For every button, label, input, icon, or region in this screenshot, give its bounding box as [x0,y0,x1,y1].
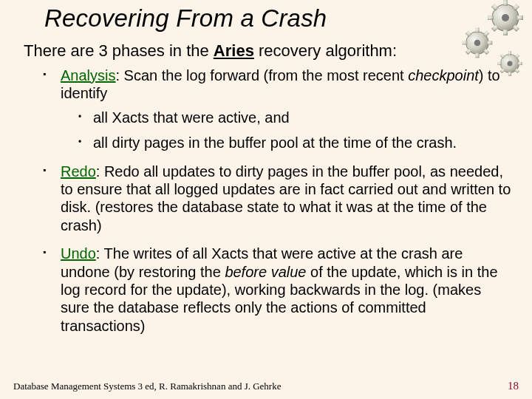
phase-undo-name: Undo [61,245,96,262]
analysis-sub-1: all Xacts that were active, and [78,109,511,126]
svg-rect-23 [497,62,502,65]
page-number: 18 [508,380,519,392]
footer: Database Management Systems 3 ed, R. Ram… [13,380,519,392]
phase-undo: Undo: The writes of all Xacts that were … [43,245,511,335]
phase-analysis-ital: checkpoint [408,67,479,83]
slide-title: Recovering From a Crash [44,4,519,33]
intro-pre: There are 3 phases in the [24,41,214,60]
analysis-sub-2: all dirty pages in the buffer pool at th… [78,134,511,151]
footer-citation: Database Management Systems 3 ed, R. Ram… [13,381,281,392]
phase-analysis-name: Analysis [61,67,115,83]
phase-analysis: Analysis: Scan the log forward (from the… [43,66,511,152]
intro-post: recovery algorithm: [254,41,397,60]
phase-undo-ital: before value [225,264,306,280]
phase-redo: Redo: Redo all updates to dirty pages in… [43,163,511,235]
intro-line: There are 3 phases in the Aries recovery… [24,41,519,61]
phase-redo-name: Redo [61,163,96,180]
svg-point-29 [508,61,513,66]
analysis-sublist: all Xacts that were active, and all dirt… [61,109,511,152]
phase-list: Analysis: Scan the log forward (from the… [13,66,519,335]
svg-rect-24 [518,62,522,65]
phase-analysis-t1: : Scan the log forward (from the most re… [115,67,408,83]
phase-redo-text: : Redo all updates to dirty pages in the… [61,163,511,233]
intro-aries: Aries [214,41,254,60]
